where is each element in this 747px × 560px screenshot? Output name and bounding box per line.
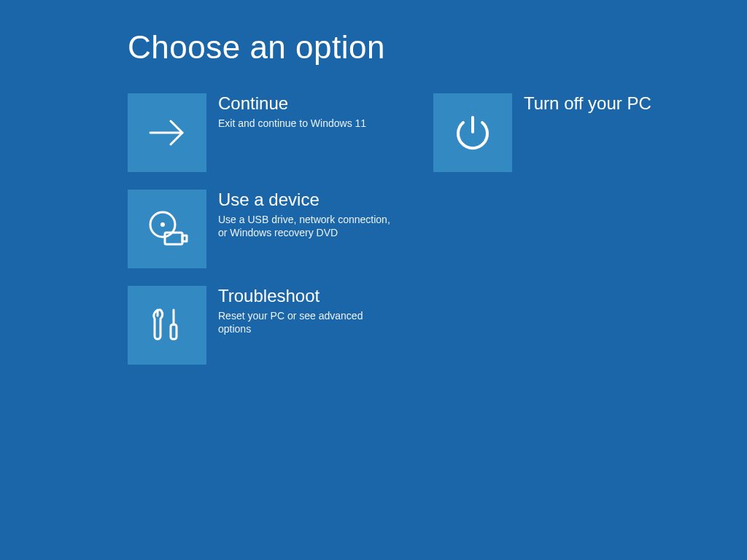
page-title: Choose an option — [128, 29, 747, 66]
svg-point-2 — [160, 222, 165, 227]
options-column-left: Continue Exit and continue to Windows 11… — [128, 93, 416, 365]
tools-icon — [128, 286, 206, 365]
use-device-desc: Use a USB drive, network connection, or … — [218, 213, 396, 239]
continue-tile[interactable]: Continue Exit and continue to Windows 11 — [128, 93, 416, 172]
power-icon — [433, 93, 512, 172]
troubleshoot-tile[interactable]: Troubleshoot Reset your PC or see advanc… — [128, 286, 416, 365]
svg-rect-3 — [165, 233, 182, 244]
turn-off-tile[interactable]: Turn off your PC — [433, 93, 721, 172]
options-grid: Continue Exit and continue to Windows 11… — [128, 93, 747, 365]
svg-rect-4 — [182, 236, 187, 241]
options-column-right: Turn off your PC — [433, 93, 721, 365]
use-device-title: Use a device — [218, 190, 396, 210]
use-device-tile[interactable]: Use a device Use a USB drive, network co… — [128, 190, 416, 268]
svg-rect-6 — [171, 324, 177, 339]
troubleshoot-desc: Reset your PC or see advanced options — [218, 309, 396, 335]
disc-usb-icon — [128, 190, 206, 268]
turn-off-title: Turn off your PC — [524, 93, 651, 114]
arrow-right-icon — [128, 93, 206, 172]
continue-desc: Exit and continue to Windows 11 — [218, 117, 366, 130]
continue-title: Continue — [218, 93, 366, 114]
troubleshoot-title: Troubleshoot — [218, 286, 396, 306]
